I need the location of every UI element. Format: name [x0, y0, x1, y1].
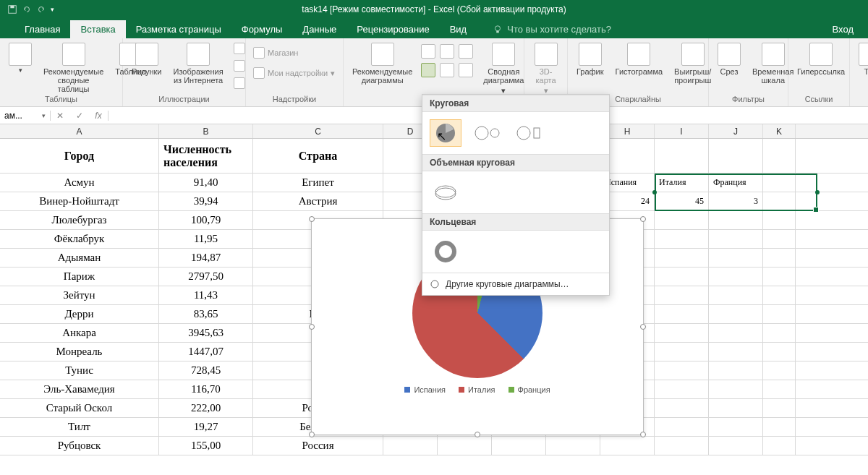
cell-city[interactable]: Винер-Нойштадт — [0, 192, 159, 210]
cell[interactable] — [655, 286, 709, 304]
cell[interactable] — [655, 343, 709, 361]
save-icon[interactable] — [7, 4, 17, 14]
cell-population[interactable]: 194,87 — [159, 249, 253, 267]
cell[interactable] — [709, 305, 763, 323]
cell-city[interactable]: Зейтун — [0, 286, 159, 304]
header-city[interactable]: Город — [0, 139, 159, 173]
cell-population[interactable]: 91,40 — [159, 174, 253, 192]
pie-chart-icon[interactable] — [421, 63, 435, 77]
cell-population[interactable]: 11,95 — [159, 230, 253, 248]
cell[interactable] — [600, 437, 655, 455]
cell-city[interactable]: Люлебургаз — [0, 211, 159, 229]
cell-population[interactable]: 222,00 — [159, 399, 253, 417]
cell[interactable] — [655, 380, 709, 398]
doughnut-option[interactable] — [430, 238, 461, 265]
tab-review[interactable]: Рецензирование — [346, 20, 439, 38]
cell[interactable] — [709, 437, 763, 455]
recommended-charts-button[interactable]: Рекомендуемые диаграммы — [349, 41, 415, 86]
cell-city[interactable]: Анкара — [0, 324, 159, 342]
cell-city[interactable]: Дерри — [0, 305, 159, 323]
cell-population[interactable]: 116,70 — [159, 380, 253, 398]
3d-map-button[interactable]: 3D-карта ▾ — [530, 41, 561, 96]
tab-home[interactable]: Главная — [14, 20, 70, 38]
colheader-B[interactable]: B — [159, 124, 253, 138]
colheader-I[interactable]: I — [655, 124, 709, 138]
cell[interactable] — [655, 418, 709, 436]
my-addins-button[interactable]: Мои надстройки ▾ — [252, 66, 336, 80]
cell[interactable]: Италия — [655, 174, 709, 192]
qat-dropdown-icon[interactable]: ▾ — [51, 6, 54, 13]
shapes-button[interactable] — [232, 41, 247, 56]
cell[interactable] — [709, 286, 763, 304]
cell[interactable]: Франция — [709, 174, 763, 192]
tab-data[interactable]: Данные — [292, 20, 346, 38]
cell[interactable] — [709, 230, 763, 248]
cell[interactable] — [655, 211, 709, 229]
cell-city[interactable]: Старый Оскол — [0, 399, 159, 417]
tell-me[interactable]: Что вы хотите сделать? — [485, 20, 618, 38]
header-population[interactable]: Численность населения — [159, 139, 253, 173]
cell[interactable] — [709, 380, 763, 398]
cell[interactable] — [655, 230, 709, 248]
screenshot-button[interactable] — [232, 76, 247, 90]
pie-3d-option[interactable] — [430, 179, 461, 206]
cell[interactable] — [709, 211, 763, 229]
waterfall-chart-icon[interactable] — [459, 44, 473, 59]
sparkline-winloss-button[interactable]: Выигрыш/проигрыш — [671, 41, 714, 86]
tab-pagelayout[interactable]: Разметка страницы — [126, 20, 231, 38]
colheader-C[interactable]: C — [253, 124, 383, 138]
cell[interactable]: 3 — [709, 192, 763, 210]
header-country[interactable]: Страна — [253, 139, 383, 173]
cell-city[interactable]: Тунис — [0, 361, 159, 380]
sign-in[interactable]: Вход — [828, 20, 858, 38]
hierarchy-chart-icon[interactable] — [440, 44, 454, 59]
pivottable-button[interactable]: ▾ — [6, 41, 35, 76]
cell-population[interactable]: 39,94 — [159, 192, 253, 210]
undo-icon[interactable] — [22, 4, 32, 14]
cell-population[interactable]: 728,45 — [159, 361, 253, 380]
scatter-chart-icon[interactable] — [440, 63, 454, 77]
slicer-button[interactable]: Срез — [715, 41, 744, 77]
cell-population[interactable]: 83,65 — [159, 305, 253, 323]
tab-insert[interactable]: Вставка — [70, 20, 125, 38]
smartart-button[interactable] — [232, 59, 247, 73]
name-box[interactable]: ам...▾ — [0, 111, 51, 121]
cell[interactable] — [655, 324, 709, 342]
chart-legend[interactable]: Испания Италия Франция — [312, 385, 643, 394]
sparkline-line-button[interactable]: График — [574, 41, 607, 77]
colheader-J[interactable]: J — [709, 124, 763, 138]
cell-city[interactable]: Монреаль — [0, 343, 159, 361]
cell[interactable] — [655, 268, 709, 286]
cell-country[interactable]: Россия — [253, 437, 383, 455]
cell[interactable] — [709, 249, 763, 267]
cell-population[interactable]: 100,79 — [159, 211, 253, 229]
sparkline-column-button[interactable]: Гистограмма — [613, 41, 666, 77]
cell[interactable] — [655, 361, 709, 380]
cell[interactable] — [709, 343, 763, 361]
hyperlink-button[interactable]: Гиперссылка — [794, 41, 848, 77]
column-chart-icon[interactable] — [421, 44, 435, 59]
cell-country[interactable]: Австрия — [253, 192, 383, 210]
cell-city[interactable]: Тилт — [0, 418, 159, 436]
cell[interactable] — [655, 249, 709, 267]
cancel-icon[interactable]: ✕ — [56, 111, 64, 121]
cell[interactable] — [655, 305, 709, 323]
textbox-button[interactable]: Тек — [856, 41, 868, 77]
surface-chart-icon[interactable] — [459, 63, 473, 77]
cell-population[interactable]: 19,27 — [159, 418, 253, 436]
recommended-pivottables-button[interactable]: Рекомендуемые сводные таблицы — [41, 41, 106, 95]
cell[interactable] — [655, 399, 709, 417]
pictures-button[interactable]: Рисунки — [129, 41, 165, 77]
online-pictures-button[interactable]: Изображения из Интернета — [171, 41, 226, 86]
cell-population[interactable]: 11,43 — [159, 286, 253, 304]
tab-view[interactable]: Вид — [440, 20, 477, 38]
cell[interactable]: 45 — [655, 192, 709, 210]
cell-city[interactable]: Рубцовск — [0, 437, 159, 455]
pivot-chart-button[interactable]: Сводная диаграмма ▾ — [480, 41, 527, 96]
cell-population[interactable]: 1447,07 — [159, 343, 253, 361]
cell-city[interactable]: Асмун — [0, 174, 159, 192]
cell-city[interactable]: Париж — [0, 268, 159, 286]
cell-population[interactable]: 155,00 — [159, 437, 253, 455]
cell-country[interactable]: Египет — [253, 174, 383, 192]
more-pie-charts[interactable]: Другие круговые диаграммы… — [422, 273, 609, 295]
